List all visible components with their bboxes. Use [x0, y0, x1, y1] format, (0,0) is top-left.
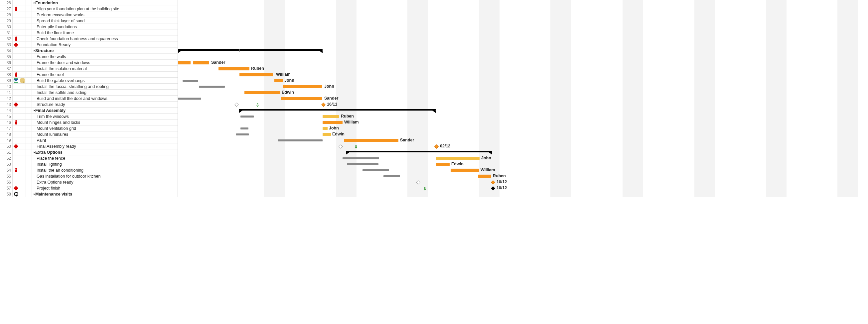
task-row[interactable]: 43Structure ready	[0, 102, 178, 108]
task-bar[interactable]	[451, 169, 479, 172]
gantt-timeline-panel[interactable]: SanderRubenWilliamJohnJohnEdwinSander16/…	[178, 0, 868, 197]
task-bar[interactable]	[322, 121, 343, 124]
assignee-label: John	[284, 78, 294, 83]
task-row[interactable]: 42Build and install the door and windows	[0, 96, 178, 102]
task-name[interactable]: Install the soffits and siding	[32, 90, 178, 95]
task-row[interactable]: 36Frame the door and windows	[0, 60, 178, 66]
task-name[interactable]: Frame the walls	[32, 55, 178, 59]
task-name[interactable]: Check foundation hardness and squareness	[32, 37, 178, 41]
milestone-diamond[interactable]	[491, 180, 495, 185]
task-name[interactable]: Install lighting	[32, 162, 178, 167]
task-row[interactable]: 46Mount hinges and locks	[0, 119, 178, 125]
summary-bar[interactable]	[346, 151, 492, 152]
task-name[interactable]: Project finish	[32, 186, 178, 190]
task-name[interactable]: Install the air conditioning	[32, 168, 178, 173]
section-name[interactable]: Maintenance visits	[32, 192, 178, 196]
task-name[interactable]: Extra Options ready	[32, 180, 178, 185]
task-name[interactable]: Build the floor frame	[32, 31, 178, 35]
task-row[interactable]: 50Final Assembly ready	[0, 143, 178, 149]
task-bar[interactable]	[322, 127, 328, 130]
task-row[interactable]: 47Mount ventilation grid	[0, 125, 178, 132]
task-name[interactable]: Build the gable overhangs	[32, 78, 178, 83]
task-row[interactable]: 48Mount luminaires	[0, 132, 178, 137]
empty-icon	[13, 48, 19, 53]
task-name[interactable]: Foundation Ready	[32, 42, 178, 47]
section-name[interactable]: Extra Options	[32, 150, 178, 155]
task-bar[interactable]	[218, 67, 249, 70]
task-name[interactable]: Preform excavation works	[32, 12, 178, 17]
task-name[interactable]: Frame the roof	[32, 72, 178, 77]
task-name[interactable]: Mount ventilation grid	[32, 126, 178, 131]
task-row[interactable]: 30Enter pile foundations	[0, 24, 178, 30]
task-bar[interactable]	[478, 175, 491, 178]
row-number: 52	[0, 155, 13, 161]
task-row[interactable]: 32Check foundation hardness and squarene…	[0, 36, 178, 42]
task-row[interactable]: 56Extra Options ready	[0, 179, 178, 185]
task-row[interactable]: 29Spread thick layer of sand	[0, 18, 178, 24]
outline-marker	[26, 113, 32, 119]
task-name[interactable]: Trim the windows	[32, 114, 178, 119]
task-row[interactable]: 55Gas installation for outdoor kitchen	[0, 173, 178, 179]
milestone-diamond[interactable]	[321, 103, 326, 107]
task-row[interactable]: 31Build the floor frame	[0, 30, 178, 36]
task-row[interactable]: 34Structure	[0, 48, 178, 54]
task-bar[interactable]	[436, 163, 450, 166]
task-name[interactable]: Mount luminaires	[32, 132, 178, 137]
task-row[interactable]: 40Install the fascia, sheathing and roof…	[0, 84, 178, 89]
section-name[interactable]: Foundation	[32, 1, 178, 5]
task-row[interactable]: 52Place the fence	[0, 155, 178, 161]
task-row[interactable]: 26Foundation	[0, 0, 178, 6]
task-row[interactable]: 44Final Assembly	[0, 108, 178, 113]
task-row[interactable]: 33Foundation Ready	[0, 42, 178, 48]
task-name[interactable]: Paint	[32, 138, 178, 143]
task-row[interactable]: 49Paint	[0, 137, 178, 143]
task-name[interactable]: Gas installation for outdoor kitchen	[32, 174, 178, 179]
section-name[interactable]: Structure	[32, 48, 178, 53]
milestone-diamond[interactable]	[434, 144, 439, 149]
task-name[interactable]: Frame the door and windows	[32, 61, 178, 65]
task-row[interactable]: 54Install the air conditioning	[0, 167, 178, 173]
task-name[interactable]: Install the fascia, sheathing and roofin…	[32, 84, 178, 89]
summary-bar[interactable]	[178, 49, 322, 51]
task-bar[interactable]	[322, 115, 339, 118]
task-row[interactable]: 28Preform excavation works	[0, 12, 178, 18]
task-row[interactable]: 57Project finish	[0, 185, 178, 191]
task-row[interactable]: 41Install the soffits and siding	[0, 89, 178, 96]
task-row[interactable]: 53Install lighting	[0, 161, 178, 167]
section-name[interactable]: Final Assembly	[32, 108, 178, 113]
task-bar[interactable]	[274, 79, 283, 82]
task-row[interactable]: 35Frame the walls	[0, 54, 178, 60]
task-bar[interactable]	[193, 61, 209, 64]
task-name[interactable]: Spread thick layer of sand	[32, 19, 178, 23]
task-bar[interactable]	[281, 97, 322, 100]
task-name[interactable]: Align your foundation plan at the buildi…	[32, 7, 178, 11]
task-row[interactable]: 38Frame the roof	[0, 72, 178, 78]
assignee-label: William	[480, 168, 495, 172]
task-row[interactable]: 45Trim the windows	[0, 113, 178, 119]
summary-bar[interactable]	[239, 109, 436, 111]
task-bar[interactable]	[436, 157, 479, 160]
task-name[interactable]: Enter pile foundations	[32, 25, 178, 29]
task-name[interactable]: Structure ready	[32, 102, 178, 107]
task-name[interactable]: Build and install the door and windows	[32, 96, 178, 101]
task-row[interactable]: 37Install the isolation material	[0, 66, 178, 72]
empty-icon	[13, 161, 19, 167]
empty-icon	[19, 143, 26, 149]
task-row[interactable]: 39Build the gable overhangs	[0, 78, 178, 84]
task-bar[interactable]	[322, 133, 331, 136]
task-bar[interactable]	[344, 139, 398, 142]
task-name[interactable]: Place the fence	[32, 156, 178, 161]
task-row[interactable]: 27Align your foundation plan at the buil…	[0, 6, 178, 12]
task-row[interactable]: 51Extra Options	[0, 149, 178, 155]
task-name[interactable]: Install the isolation material	[32, 66, 178, 71]
task-name[interactable]: Final Assembly ready	[32, 144, 178, 149]
task-row[interactable]: 58Maintenance visits	[0, 191, 178, 197]
task-bar[interactable]	[178, 61, 191, 64]
milestone-diamond[interactable]	[491, 186, 495, 190]
task-bar[interactable]	[283, 85, 322, 88]
task-bar[interactable]	[240, 73, 273, 76]
task-bar[interactable]	[244, 91, 280, 94]
row-number: 26	[0, 0, 13, 6]
task-name[interactable]: Mount hinges and locks	[32, 120, 178, 125]
assignee-label: William	[276, 72, 291, 77]
